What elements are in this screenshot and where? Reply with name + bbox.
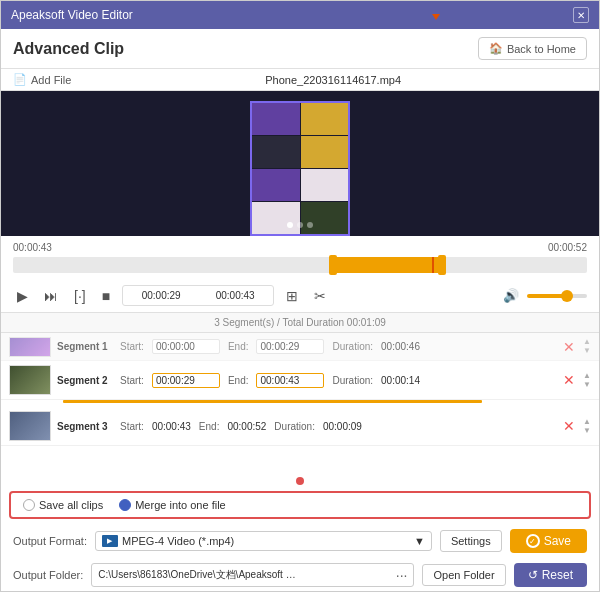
- seg-2-up[interactable]: ▲: [583, 372, 591, 380]
- play-button[interactable]: ▶: [13, 286, 32, 306]
- segment-1-remove[interactable]: ✕: [561, 339, 577, 355]
- timeline-track[interactable]: [13, 257, 587, 273]
- volume-slider[interactable]: [527, 294, 587, 298]
- segment-3-info: Segment 3 Start: 00:00:43 End: 00:00:52 …: [57, 421, 555, 432]
- add-file-icon: 📄: [13, 73, 27, 86]
- folder-path-text: C:\Users\86183\OneDrive\文档\Apeaksoft Stu…: [98, 568, 298, 582]
- timeline-handle-left[interactable]: [329, 255, 337, 275]
- time-input-right[interactable]: [199, 288, 271, 303]
- segment-3-end: 00:00:52: [227, 421, 266, 432]
- format-select[interactable]: ▶ MPEG-4 Video (*.mp4) ▼: [95, 531, 432, 551]
- segment-3-thumb: [9, 411, 51, 441]
- format-value: MPEG-4 Video (*.mp4): [122, 535, 234, 547]
- seg-3-up[interactable]: ▲: [583, 418, 591, 426]
- time-labels: 00:00:43 00:00:52: [13, 242, 587, 253]
- stop-button[interactable]: ■: [98, 286, 114, 306]
- segment-1-arrows: ▲ ▼: [583, 338, 591, 355]
- save-all-clips-option[interactable]: Save all clips: [23, 499, 103, 511]
- seg-3-down[interactable]: ▼: [583, 427, 591, 435]
- segment-2-bar-row: [1, 400, 599, 407]
- thumb-cell-7: [252, 202, 300, 234]
- segment-1-start[interactable]: [152, 339, 220, 354]
- segment-3-arrows: ▲ ▼: [583, 418, 591, 435]
- segment-3-name: Segment 3: [57, 421, 112, 432]
- settings-button[interactable]: Settings: [440, 530, 502, 552]
- segment-1-name: Segment 1: [57, 341, 112, 352]
- seg-1-up[interactable]: ▲: [583, 338, 591, 346]
- merge-radio[interactable]: [119, 499, 131, 511]
- seg-1-down[interactable]: ▼: [583, 347, 591, 355]
- time-end-label: 00:00:52: [548, 242, 587, 253]
- title-bar: Apeaksoft Video Editor ✕: [1, 1, 599, 29]
- timeline-handle-right[interactable]: [438, 255, 446, 275]
- thumb-cell-3: [252, 136, 300, 168]
- mark-in-button[interactable]: [·]: [70, 286, 90, 306]
- dot-3: [307, 222, 313, 228]
- time-range-display: [122, 285, 274, 306]
- seg-2-down[interactable]: ▼: [583, 381, 591, 389]
- segment-1-thumb: [9, 337, 51, 357]
- mp4-icon: ▶: [102, 535, 118, 547]
- segment-row: Segment 3 Start: 00:00:43 End: 00:00:52 …: [1, 407, 599, 446]
- add-file-button[interactable]: 📄 Add File: [13, 73, 71, 86]
- video-preview: [1, 91, 599, 236]
- output-folder-row: Output Folder: C:\Users\86183\OneDrive\文…: [1, 559, 599, 591]
- red-dot-indicator: [296, 477, 304, 485]
- thumb-cell-5: [252, 169, 300, 201]
- file-name-label: Phone_220316114617.mp4: [79, 74, 587, 86]
- thumb-cell-4: [301, 136, 349, 168]
- output-format-label: Output Format:: [13, 535, 87, 547]
- fast-forward-button[interactable]: ⏭: [40, 286, 62, 306]
- toolbar: 📄 Add File Phone_220316114617.mp4: [1, 69, 599, 91]
- thumbnail-strip: [250, 101, 350, 236]
- header: Advanced Clip 🏠 Back to Home: [1, 29, 599, 69]
- merge-option[interactable]: Merge into one file: [119, 499, 226, 511]
- segments-area: 3 Segment(s) / Total Duration 00:01:09 S…: [1, 312, 599, 475]
- segment-row: Segment 2 Start: End: Duration: 00:00:14…: [1, 361, 599, 400]
- segment-1-duration: 00:00:46: [381, 341, 420, 352]
- segment-1-info: Segment 1 Start: End: Duration: 00:00:46: [57, 339, 555, 354]
- dot-2: [297, 222, 303, 228]
- segment-row: Segment 1 Start: End: Duration: 00:00:46…: [1, 333, 599, 361]
- reset-button[interactable]: ↺ Reset: [514, 563, 587, 587]
- thumb-cell-8: [301, 202, 349, 234]
- segment-2-end[interactable]: [256, 373, 324, 388]
- segment-2-arrows: ▲ ▼: [583, 372, 591, 389]
- thumb-cell-6: [301, 169, 349, 201]
- segment-3-remove[interactable]: ✕: [561, 418, 577, 434]
- thumb-cell-1: [252, 103, 300, 135]
- indicator-area: [1, 475, 599, 487]
- open-folder-button[interactable]: Open Folder: [422, 564, 505, 586]
- folder-more-button[interactable]: ···: [396, 567, 408, 583]
- segment-1-end[interactable]: [256, 339, 324, 354]
- main-window: Apeaksoft Video Editor ✕ Advanced Clip 🏠…: [0, 0, 600, 592]
- timeline-playhead-arrow: [432, 14, 440, 20]
- time-start-label: 00:00:43: [13, 242, 52, 253]
- save-button[interactable]: ✓ Save: [510, 529, 587, 553]
- home-icon: 🏠: [489, 42, 503, 55]
- page-title: Advanced Clip: [13, 40, 124, 58]
- timeline-playhead: [432, 257, 434, 273]
- thumb-cell-2: [301, 103, 349, 135]
- output-format-row: Output Format: ▶ MPEG-4 Video (*.mp4) ▼ …: [1, 523, 599, 559]
- time-input-left[interactable]: [125, 288, 197, 303]
- timeline-area: 00:00:43 00:00:52: [1, 236, 599, 279]
- segment-2-remove[interactable]: ✕: [561, 372, 577, 388]
- crop-button[interactable]: ⊞: [282, 286, 302, 306]
- segment-2-name: Segment 2: [57, 375, 112, 386]
- segment-3-start: 00:00:43: [152, 421, 191, 432]
- reset-icon: ↺: [528, 568, 538, 582]
- back-to-home-button[interactable]: 🏠 Back to Home: [478, 37, 587, 60]
- split-button[interactable]: ✂: [310, 286, 330, 306]
- timeline-filled-range: [329, 257, 444, 273]
- segment-2-start[interactable]: [152, 373, 220, 388]
- options-row: Save all clips Merge into one file: [9, 491, 591, 519]
- close-button[interactable]: ✕: [573, 7, 589, 23]
- save-all-radio[interactable]: [23, 499, 35, 511]
- segments-header: 3 Segment(s) / Total Duration 00:01:09: [1, 313, 599, 333]
- volume-icon: 🔊: [503, 288, 519, 303]
- save-check-icon: ✓: [526, 534, 540, 548]
- thumbnail-dots: [287, 222, 313, 228]
- dot-1: [287, 222, 293, 228]
- folder-path-display: C:\Users\86183\OneDrive\文档\Apeaksoft Stu…: [91, 563, 414, 587]
